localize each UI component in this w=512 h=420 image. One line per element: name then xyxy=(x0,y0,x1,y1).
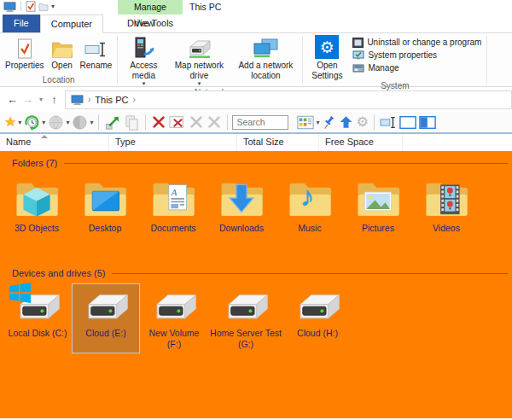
ribbon-group-system: ⚙ Open Settings Uninstall or change a pr… xyxy=(303,33,486,86)
rename-icon xyxy=(84,36,108,59)
go-to-button[interactable] xyxy=(103,114,122,131)
folder-document-icon: A xyxy=(148,176,198,220)
properties-icon xyxy=(16,36,33,59)
column-header-free-space[interactable]: Free Space xyxy=(319,134,403,151)
favorites-button[interactable]: ★ xyxy=(3,114,17,131)
drive-tile-cloud-e[interactable]: Cloud (E:) xyxy=(72,283,140,353)
open-folder-icon xyxy=(51,36,73,59)
gear-icon: ⚙ xyxy=(356,115,368,129)
tab-drive-tools[interactable]: Drive Tools xyxy=(118,15,183,32)
separator xyxy=(98,114,99,130)
chevron-down-icon[interactable]: ▾ xyxy=(316,119,319,126)
address-bar-row: ← → ▾ ↑ › This PC › xyxy=(0,87,512,112)
email-button-disabled xyxy=(47,114,65,131)
folders-row: 3D Objects Desktop A Documents Downloads xyxy=(0,172,512,237)
access-media-button[interactable]: Access media ▾ xyxy=(119,34,167,87)
windows-logo-icon xyxy=(9,283,32,304)
column-header-total-size[interactable]: Total Size xyxy=(237,134,319,151)
drive-icon xyxy=(79,288,132,325)
folder-music-note-icon: ♪ xyxy=(285,176,335,220)
open-settings-button[interactable]: ⚙ Open Settings xyxy=(305,34,349,80)
folder-down-arrow-icon xyxy=(217,176,266,220)
file-list[interactable]: Folders (7) 3D Objects Desktop A Documen… xyxy=(0,151,512,418)
drive-tile-cloud-h[interactable]: Cloud (H:) xyxy=(283,283,352,353)
copy-button-disabled xyxy=(123,114,141,131)
delete-button[interactable] xyxy=(150,114,167,131)
delete-no-recycle-button[interactable] xyxy=(168,114,187,131)
folder-tile-music[interactable]: ♪ Music xyxy=(276,172,344,237)
open-button[interactable]: Open xyxy=(48,34,77,71)
folder-tile-pictures[interactable]: Pictures xyxy=(344,172,412,237)
up-one-level-button[interactable] xyxy=(338,114,354,131)
chevron-down-icon: ▾ xyxy=(143,80,146,87)
options-button-disabled: ⚙ xyxy=(355,114,369,131)
manage-console-icon xyxy=(352,63,364,73)
folder-monitor-icon xyxy=(80,176,130,220)
properties-button[interactable]: Properties xyxy=(2,34,48,71)
drive-tile-local-disk-c[interactable]: Local Disk (C:) xyxy=(3,283,72,353)
chevron-down-icon[interactable]: ▾ xyxy=(42,119,45,126)
column-header-type[interactable]: Type xyxy=(109,134,237,151)
qat-folder-icon[interactable] xyxy=(38,2,49,12)
folder-tile-downloads[interactable]: Downloads xyxy=(207,172,276,237)
music-note-icon: ♪ xyxy=(300,183,314,210)
quick-access-toolbar: ▾ xyxy=(3,1,55,12)
group-header-devices-drives[interactable]: Devices and drives (5) xyxy=(12,268,508,278)
folder-tile-3d-objects[interactable]: 3D Objects xyxy=(3,172,71,237)
view-mode-button[interactable] xyxy=(296,114,315,131)
drive-tile-home-server-test-g[interactable]: Home Server Test (G:) xyxy=(208,283,283,353)
group-header-folders[interactable]: Folders (7) xyxy=(12,158,508,168)
drive-icon xyxy=(148,288,201,325)
tab-computer[interactable]: Computer xyxy=(40,15,103,33)
history-button[interactable] xyxy=(23,114,41,131)
back-button[interactable]: ← xyxy=(5,91,20,108)
folder-tile-desktop[interactable]: Desktop xyxy=(71,172,139,237)
rename-button[interactable]: Rename xyxy=(77,34,116,71)
separator xyxy=(145,114,146,130)
rename-toolbar-button[interactable] xyxy=(379,114,398,131)
column-header-name[interactable]: Name xyxy=(0,134,109,151)
breadcrumb-chevron-icon[interactable]: › xyxy=(88,95,90,104)
search-input[interactable] xyxy=(232,115,288,130)
system-properties-button[interactable]: System properties xyxy=(349,49,485,61)
layout-pane-icon xyxy=(399,115,416,130)
recent-locations-chevron-down-icon[interactable]: ▾ xyxy=(36,96,46,103)
rename-box-icon xyxy=(380,115,397,130)
add-network-location-button[interactable]: Add a network location xyxy=(230,34,300,80)
disabled-sphere-icon xyxy=(72,114,88,131)
show-preview-pane-button[interactable] xyxy=(418,114,437,131)
forward-button: → xyxy=(20,91,35,108)
qat-properties-icon[interactable] xyxy=(26,1,36,12)
ribbon-group-network: Access media ▾ Map network drive ▾ Add a… xyxy=(118,33,302,86)
classic-toolbar: ★ ▾ ▾ ▾ ▾ ▾ ⚙ xyxy=(0,112,512,134)
show-navigation-pane-button[interactable] xyxy=(399,114,417,131)
chevron-down-icon: ▾ xyxy=(198,80,201,87)
qat-customize-chevron-down-icon[interactable]: ▾ xyxy=(51,3,55,10)
folder-cube-icon xyxy=(12,176,61,220)
breadcrumb-this-pc[interactable]: This PC xyxy=(95,95,128,105)
contextual-tab-group-manage[interactable]: Manage xyxy=(118,0,183,15)
address-bar[interactable]: › This PC › xyxy=(65,90,512,109)
tab-file[interactable]: File xyxy=(3,15,40,32)
group-header-line xyxy=(64,163,508,164)
pin-button[interactable] xyxy=(321,114,337,131)
red-x-box-icon xyxy=(169,114,186,130)
breadcrumb-chevron-icon[interactable]: › xyxy=(132,95,135,104)
network-location-icon xyxy=(253,36,278,59)
chevron-down-icon[interactable]: ▾ xyxy=(18,119,21,126)
ribbon: Properties Open Rename Location xyxy=(0,33,512,87)
column-header-row: Name Type Total Size Free Space xyxy=(0,134,512,151)
blue-up-arrow-icon xyxy=(339,114,353,130)
up-button[interactable]: ↑ xyxy=(47,91,61,108)
drive-tile-new-volume-f[interactable]: New Volume (F:) xyxy=(140,283,208,353)
folder-filmstrip-icon xyxy=(422,176,471,220)
program-window-icon xyxy=(352,38,364,48)
uninstall-program-button[interactable]: Uninstall or change a program xyxy=(349,36,485,49)
map-network-drive-button[interactable]: Map network drive ▾ xyxy=(167,34,230,87)
separator xyxy=(374,114,375,130)
folder-tile-videos[interactable]: Videos xyxy=(412,172,480,237)
drive-icon xyxy=(219,288,272,325)
zones-button-disabled xyxy=(71,114,89,131)
folder-tile-documents[interactable]: A Documents xyxy=(139,172,207,237)
manage-button[interactable]: Manage xyxy=(349,61,485,74)
